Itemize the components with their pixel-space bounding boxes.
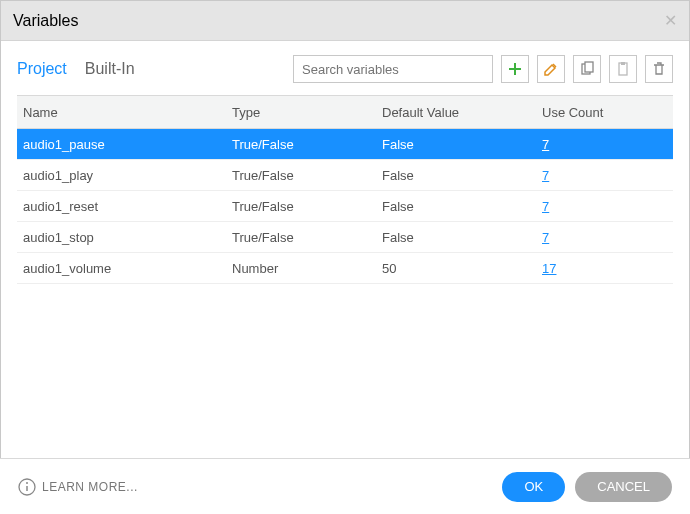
cell-name: audio1_volume: [17, 261, 232, 276]
cell-type: Number: [232, 261, 382, 276]
search-input[interactable]: [293, 55, 493, 83]
footer-buttons: OK CANCEL: [502, 472, 672, 502]
svg-point-5: [26, 482, 28, 484]
table-body: audio1_pauseTrue/FalseFalse7audio1_playT…: [17, 129, 673, 284]
variables-table: Name Type Default Value Use Count audio1…: [1, 95, 689, 284]
header-name[interactable]: Name: [17, 105, 232, 120]
table-row[interactable]: audio1_resetTrue/FalseFalse7: [17, 191, 673, 222]
edit-button[interactable]: [537, 55, 565, 83]
toolbar: Project Built-In: [1, 41, 689, 95]
copy-icon: [579, 61, 595, 77]
info-icon: [18, 478, 36, 496]
paste-button[interactable]: [609, 55, 637, 83]
table-header: Name Type Default Value Use Count: [17, 95, 673, 129]
cell-type: True/False: [232, 137, 382, 152]
tab-project[interactable]: Project: [17, 60, 67, 78]
titlebar: Variables ✕: [1, 1, 689, 41]
cancel-button[interactable]: CANCEL: [575, 472, 672, 502]
cell-default: False: [382, 230, 542, 245]
plus-icon: [507, 61, 523, 77]
cell-default: 50: [382, 261, 542, 276]
table-row[interactable]: audio1_pauseTrue/FalseFalse7: [17, 129, 673, 160]
use-count-link[interactable]: 7: [542, 199, 549, 214]
cell-type: True/False: [232, 168, 382, 183]
table-row[interactable]: audio1_volumeNumber5017: [17, 253, 673, 284]
cell-name: audio1_reset: [17, 199, 232, 214]
cell-type: True/False: [232, 199, 382, 214]
paste-icon: [615, 61, 631, 77]
copy-button[interactable]: [573, 55, 601, 83]
window-title: Variables: [13, 12, 79, 30]
cell-name: audio1_pause: [17, 137, 232, 152]
ok-button[interactable]: OK: [502, 472, 565, 502]
tabs: Project Built-In: [17, 60, 285, 78]
cell-default: False: [382, 199, 542, 214]
header-type[interactable]: Type: [232, 105, 382, 120]
table-row[interactable]: audio1_playTrue/FalseFalse7: [17, 160, 673, 191]
cell-use: 7: [542, 199, 673, 214]
use-count-link[interactable]: 7: [542, 168, 549, 183]
cell-use: 17: [542, 261, 673, 276]
cell-type: True/False: [232, 230, 382, 245]
footer: LEARN MORE... OK CANCEL: [0, 458, 690, 514]
cell-use: 7: [542, 230, 673, 245]
pencil-icon: [543, 61, 559, 77]
add-button[interactable]: [501, 55, 529, 83]
cell-name: audio1_play: [17, 168, 232, 183]
header-default[interactable]: Default Value: [382, 105, 542, 120]
cell-name: audio1_stop: [17, 230, 232, 245]
use-count-link[interactable]: 7: [542, 230, 549, 245]
header-use[interactable]: Use Count: [542, 105, 673, 120]
use-count-link[interactable]: 17: [542, 261, 556, 276]
cell-use: 7: [542, 137, 673, 152]
delete-button[interactable]: [645, 55, 673, 83]
cell-default: False: [382, 137, 542, 152]
table-row[interactable]: audio1_stopTrue/FalseFalse7: [17, 222, 673, 253]
cell-default: False: [382, 168, 542, 183]
trash-icon: [651, 61, 667, 77]
learn-more-link[interactable]: LEARN MORE...: [18, 478, 138, 496]
use-count-link[interactable]: 7: [542, 137, 549, 152]
svg-rect-1: [585, 62, 593, 72]
learn-more-label: LEARN MORE...: [42, 480, 138, 494]
tab-builtin[interactable]: Built-In: [85, 60, 135, 78]
svg-rect-3: [621, 62, 625, 65]
close-icon[interactable]: ✕: [664, 11, 677, 30]
cell-use: 7: [542, 168, 673, 183]
